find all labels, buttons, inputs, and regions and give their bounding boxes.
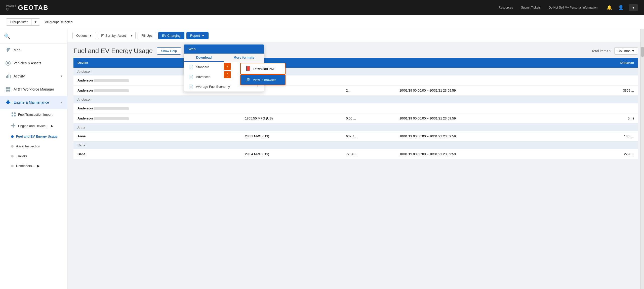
avg-fuel-doc-icon: 📄 <box>188 84 193 89</box>
sidebar-item-engine-label: Engine & Maintenance <box>14 100 49 104</box>
standard-dots-highlight: ⋮ <box>224 63 231 70</box>
table-group-row: Anderson <box>73 68 638 75</box>
svg-rect-24 <box>14 125 15 126</box>
svg-rect-12 <box>6 102 7 103</box>
sidebar-sub-item-fuel-ev[interactable]: Fuel and EV Energy Usage <box>0 132 67 141</box>
ev-charging-button[interactable]: EV Charging <box>158 32 184 39</box>
engine-icon <box>5 99 11 105</box>
sidebar-item-vehicles[interactable]: Vehicles & Assets <box>0 57 67 70</box>
col-3-header <box>342 58 395 68</box>
cell-distance <box>577 75 638 86</box>
page-header-left: Fuel and EV Energy Usage Show Help <box>73 47 181 55</box>
sidebar-sub-item-fuel-import[interactable]: Fuel Transaction Import <box>0 109 67 120</box>
columns-button-label: Columns <box>618 49 630 53</box>
svg-rect-6 <box>9 74 9 78</box>
resources-link[interactable]: Resources <box>499 6 513 9</box>
scroll-thumb[interactable] <box>641 47 644 57</box>
advanced-dots-highlight: ⋮ <box>224 71 231 78</box>
sidebar-sub-item-reminders[interactable]: Reminders... ▶ <box>0 161 67 171</box>
sidebar-item-map-label: Map <box>14 48 20 52</box>
cell-date-range <box>395 103 577 113</box>
sort-by-text: Sort by: <box>105 34 117 37</box>
sidebar-item-engine[interactable]: Engine & Maintenance ▼ <box>0 96 67 109</box>
sidebar-item-workforce-label: AT&T Workforce Manager <box>14 87 54 91</box>
svg-rect-5 <box>7 75 8 78</box>
cell-distance: 5 mi <box>577 113 638 123</box>
groups-filter-button[interactable]: Groups filter ▼ <box>6 18 40 26</box>
options-button[interactable]: Options ▼ <box>72 32 96 39</box>
sidebar-item-workforce[interactable]: AT&T Workforce Manager <box>0 83 67 96</box>
submit-tickets-link[interactable]: Submit Tickets <box>521 6 541 9</box>
col-4-header <box>395 58 577 68</box>
sidebar-sub-item-asset-inspection[interactable]: Asset Inspection <box>0 141 67 151</box>
user-dropdown-button[interactable]: ▼ <box>629 4 638 11</box>
cell-fuel-economy <box>241 103 342 113</box>
workforce-icon <box>5 86 11 92</box>
svg-point-20 <box>12 125 14 127</box>
cell-fuel-economy: 28.31 MPG (US) <box>241 131 342 141</box>
report-item-standard-label: Standard <box>196 65 209 69</box>
standard-doc-icon: 📄 <box>188 65 193 69</box>
fuel-ev-label: Fuel and EV Energy Usage <box>16 135 58 138</box>
vertical-scrollbar[interactable] <box>640 29 644 289</box>
fill-ups-button[interactable]: Fill-Ups <box>138 32 156 39</box>
advanced-doc-icon: 📄 <box>188 74 193 79</box>
engine-chevron-icon: ▼ <box>60 101 63 104</box>
show-help-button[interactable]: Show Help <box>157 47 181 55</box>
report-tab-download[interactable]: Download <box>184 54 224 62</box>
sort-caret-button[interactable]: ▼ <box>128 32 135 39</box>
page-header-right: Total items 9 Columns ▼ <box>591 47 638 55</box>
geotab-logo: GEOTAB <box>18 4 48 12</box>
svg-rect-14 <box>9 102 10 103</box>
top-bar: Powered by GEOTAB Resources Submit Ticke… <box>0 0 644 15</box>
browser-icon: 🔎 <box>245 77 250 82</box>
notification-bell-button[interactable]: 🔔 <box>606 4 613 11</box>
sidebar-item-map[interactable]: Map <box>0 44 67 57</box>
report-button[interactable]: Report ▼ <box>186 32 209 39</box>
top-bar-icons: 🔔 👤 ▼ <box>606 4 638 11</box>
cell-distance <box>577 103 638 113</box>
cell-fuel-economy: 29.54 MPG (US) <box>241 149 342 159</box>
sidebar-item-activity[interactable]: Activity ▼ <box>0 70 67 83</box>
groups-filter-caret-icon: ▼ <box>31 19 40 25</box>
powered-by-text: Powered by <box>6 4 16 11</box>
reminders-indicator <box>11 165 14 167</box>
activity-chevron-icon: ▼ <box>60 74 63 78</box>
cell-col3: 637.7... <box>342 131 395 141</box>
svg-rect-17 <box>12 115 13 116</box>
filter-bar: Groups filter ▼ All groups selected <box>0 15 644 29</box>
svg-rect-16 <box>12 112 13 114</box>
report-item-avg-fuel-label: Average Fuel Economy <box>196 85 230 89</box>
reminders-label: Reminders... <box>16 164 35 168</box>
table-container: Device F... Distance AndersonAnderson An… <box>67 58 644 289</box>
sidebar-sub-item-engine-device[interactable]: Engine and Device... ▶ <box>0 120 67 132</box>
cell-date-range: 10/01/19 00:00:00 – 10/31/21 23:59:59 <box>395 86 577 96</box>
report-tab-more-formats[interactable]: More formats <box>224 54 264 62</box>
user-account-button[interactable]: 👤 <box>617 4 625 11</box>
svg-rect-4 <box>6 76 7 78</box>
do-not-sell-link[interactable]: Do Not Sell My Personal Information <box>549 6 597 9</box>
sidebar-item-vehicles-label: Vehicles & Assets <box>14 61 42 65</box>
report-dropdown-web-item[interactable]: Web <box>184 45 264 54</box>
download-pdf-box[interactable]: 📕 Download PDF <box>240 63 286 74</box>
engine-device-icon <box>11 123 16 129</box>
main-content: Options ▼ Sort by: Asset ▼ Fill-Ups EV C… <box>67 29 644 289</box>
sidebar-search-button[interactable]: 🔍 <box>3 32 11 40</box>
reminders-chevron-icon: ▶ <box>37 164 40 168</box>
svg-marker-0 <box>7 48 10 52</box>
user-dropdown-caret: ▼ <box>632 6 635 10</box>
table-group-row: Baha <box>73 141 638 149</box>
logo-area: Powered by GEOTAB <box>6 4 49 12</box>
svg-rect-11 <box>8 90 10 92</box>
table-header-row: Device F... Distance <box>73 58 638 68</box>
svg-rect-21 <box>13 123 14 125</box>
sidebar-sub-item-trailers[interactable]: Trailers <box>0 151 67 161</box>
report-button-label: Report <box>190 34 200 37</box>
engine-device-label: Engine and Device... <box>18 124 48 128</box>
cell-distance: 1805... <box>577 131 638 141</box>
view-in-browser-box[interactable]: 🔎 View in browser <box>240 74 286 85</box>
columns-button[interactable]: Columns ▼ <box>614 47 638 55</box>
cell-device: Anna <box>73 131 241 141</box>
cell-distance: 3369 ... <box>577 86 638 96</box>
svg-rect-10 <box>6 90 8 92</box>
